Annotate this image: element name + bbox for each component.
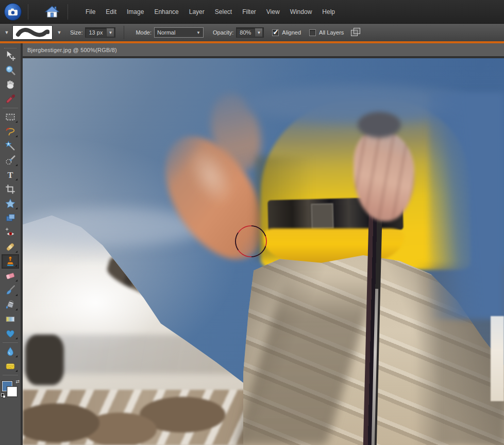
- selection-brush-tool[interactable]: [2, 153, 19, 168]
- gradient-tool[interactable]: [2, 312, 19, 326]
- type-tool[interactable]: T: [2, 168, 19, 182]
- photo-hand: [354, 129, 414, 221]
- mode-dropdown[interactable]: Normal ▼: [154, 27, 204, 38]
- menu-select[interactable]: Select: [210, 5, 237, 19]
- cookie-cutter-tool[interactable]: [2, 196, 19, 211]
- opacity-dropdown[interactable]: 80% ▼: [236, 27, 264, 38]
- menu-layer[interactable]: Layer: [184, 5, 210, 19]
- opacity-label: Opacity:: [213, 29, 233, 36]
- home-icon[interactable]: [44, 4, 60, 20]
- menu-image[interactable]: Image: [122, 5, 149, 19]
- shape-tool[interactable]: [2, 326, 19, 341]
- aligned-label: Aligned: [282, 29, 301, 36]
- mode-value: Normal: [157, 29, 175, 36]
- menu-bar: File Edit Image Enhance Layer Select Fil…: [0, 0, 504, 24]
- toolbar-separator: [3, 375, 18, 375]
- all-layers-checkbox[interactable]: [309, 29, 316, 36]
- magic-wand-tool[interactable]: [2, 139, 19, 153]
- size-value: 13 px: [86, 29, 106, 36]
- menubar-separator: [68, 4, 68, 20]
- document-title-bar[interactable]: Bjergbestiger.jpg @ 500%(RGB/8): [23, 43, 504, 57]
- palette-grip[interactable]: [4, 44, 16, 48]
- toolbar-separator: [3, 342, 18, 343]
- spot-healing-brush-tool[interactable]: [2, 240, 19, 254]
- sample-all-layers-icon[interactable]: [351, 28, 361, 37]
- opacity-value: 80%: [237, 29, 254, 36]
- move-tool[interactable]: [2, 48, 19, 63]
- clone-stamp-brush-cursor[interactable]: [235, 225, 267, 257]
- photo-cloned-smudge-right: [429, 92, 504, 319]
- paint-bucket-tool[interactable]: [2, 298, 19, 312]
- red-eye-removal-tool[interactable]: [2, 225, 19, 240]
- brush-stroke-preview[interactable]: [12, 25, 53, 40]
- eraser-tool[interactable]: [2, 269, 19, 283]
- photo-pole-grip: [358, 112, 401, 138]
- crop-tool[interactable]: [2, 182, 19, 196]
- svg-text:T: T: [7, 170, 13, 180]
- tool-palette: T: [0, 43, 21, 445]
- eyedropper-tool[interactable]: [2, 92, 19, 106]
- menu-filter[interactable]: Filter: [237, 5, 261, 19]
- mode-label: Mode:: [136, 29, 152, 36]
- opacity-dropdown-arrow-icon[interactable]: ▼: [255, 28, 263, 37]
- brush-tool[interactable]: [2, 283, 19, 298]
- photo-white-strip-right: [491, 316, 504, 401]
- menu-view[interactable]: View: [261, 5, 285, 19]
- all-layers-label: All Layers: [319, 29, 344, 36]
- size-label: Size:: [70, 29, 82, 36]
- camera-icon[interactable]: [4, 3, 22, 21]
- zoom-tool[interactable]: [2, 63, 19, 77]
- menu-items: File Edit Image Enhance Layer Select Fil…: [80, 5, 340, 19]
- brush-preset-arrow-icon[interactable]: ▼: [56, 29, 63, 36]
- color-swatches: ⇄: [1, 380, 20, 402]
- image-canvas[interactable]: [23, 58, 504, 445]
- photoshop-elements-window: File Edit Image Enhance Layer Select Fil…: [0, 0, 504, 445]
- menu-enhance[interactable]: Enhance: [149, 5, 183, 19]
- menu-file[interactable]: File: [80, 5, 100, 19]
- aligned-checkbox[interactable]: [272, 29, 279, 36]
- swap-colors-icon[interactable]: ⇄: [15, 379, 20, 384]
- menu-window[interactable]: Window: [285, 5, 317, 19]
- clone-stamp-tool[interactable]: [2, 254, 19, 269]
- background-color-swatch[interactable]: [7, 387, 17, 397]
- document-title: Bjergbestiger.jpg @ 500%(RGB/8): [27, 47, 117, 53]
- lasso-tool[interactable]: [2, 124, 19, 139]
- sponge-tool[interactable]: [2, 359, 19, 373]
- blur-tool[interactable]: [2, 344, 19, 359]
- rectangular-marquee-tool[interactable]: [2, 110, 19, 124]
- tool-flyout-arrow-icon[interactable]: ▼: [3, 29, 10, 36]
- size-dropdown-arrow-icon[interactable]: ▼: [106, 28, 114, 37]
- size-dropdown[interactable]: 13 px ▼: [85, 27, 115, 38]
- tool-options-bar: ▼ ▼ Size: 13 px ▼ Mode: Normal ▼ Opacity…: [0, 24, 504, 43]
- hand-tool[interactable]: [2, 77, 19, 92]
- menu-help[interactable]: Help: [317, 5, 340, 19]
- recompose-tool[interactable]: [2, 211, 19, 225]
- default-colors-icon[interactable]: [1, 393, 6, 398]
- options-separator: [124, 26, 124, 39]
- toolbar-separator: [3, 108, 18, 108]
- menubar-separator: [28, 4, 28, 20]
- mode-dropdown-arrow-icon: ▼: [196, 30, 200, 35]
- menu-edit[interactable]: Edit: [100, 5, 122, 19]
